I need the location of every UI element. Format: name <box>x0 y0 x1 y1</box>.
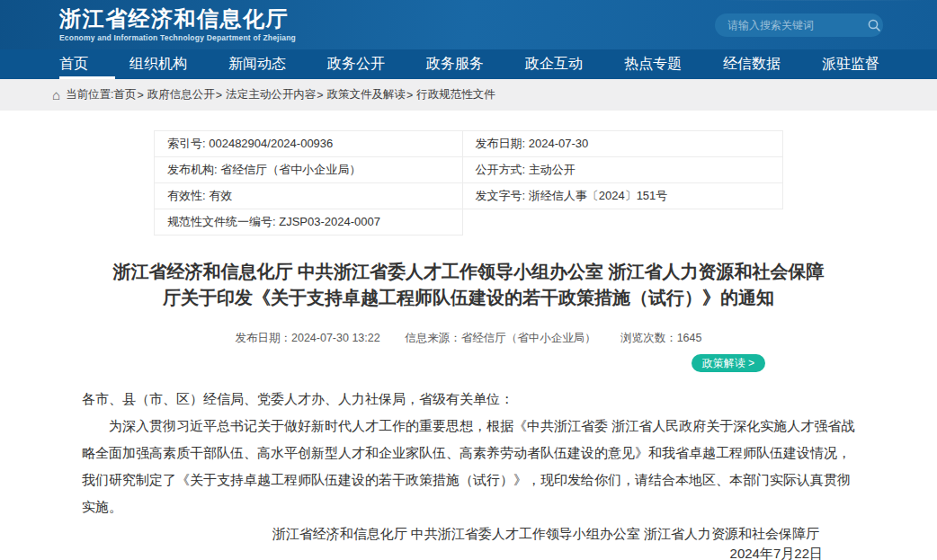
info-cell-empty <box>462 209 783 236</box>
info-cell-index-number: 索引号: 002482904/2024-00936 <box>155 131 463 157</box>
article-paragraph: 为深入贯彻习近平总书记关于做好新时代人才工作的重要思想，根据《中共浙江省委 浙江… <box>82 413 855 520</box>
nav-item-supervision[interactable]: 派驻监督 <box>822 49 879 79</box>
site-title: 浙江省经济和信息化厅 <box>59 7 296 31</box>
info-cell-disclosure-method: 公开方式: 主动公开 <box>462 157 783 183</box>
document-info-table: 索引号: 002482904/2024-00936 发布日期: 2024-07-… <box>154 130 783 236</box>
search-icon[interactable] <box>867 18 881 32</box>
site-subtitle: Economy and Information Technology Depar… <box>59 34 296 42</box>
meta-source-label: 信息来源： <box>405 332 461 344</box>
site-logo[interactable]: 浙江省经济和信息化厅 Economy and Information Techn… <box>59 7 296 42</box>
nav-item-data[interactable]: 经信数据 <box>723 49 781 79</box>
page-title: 浙江省经济和信息化厅 中共浙江省委人才工作领导小组办公室 浙江省人力资源和社会保… <box>109 259 828 311</box>
meta-source: 信息来源：省经信厅（省中小企业局） <box>405 331 596 346</box>
info-cell-publish-date: 发布日期: 2024-07-30 <box>462 131 783 157</box>
breadcrumb-location-label: 当前位置: <box>66 87 113 102</box>
nav-item-news[interactable]: 新闻动态 <box>228 49 286 79</box>
main-nav: 首页 组织机构 新闻动态 政务公开 政务服务 政企互动 热点专题 经信数据 派驻… <box>0 49 937 79</box>
table-row: 索引号: 002482904/2024-00936 发布日期: 2024-07-… <box>155 131 783 157</box>
nav-item-gov-disclosure[interactable]: 政务公开 <box>327 49 385 79</box>
meta-views-label: 浏览次数： <box>620 332 677 344</box>
breadcrumb-separator: > <box>317 89 323 102</box>
nav-item-home[interactable]: 首页 <box>59 49 88 79</box>
table-row: 规范性文件统一编号: ZJSP03-2024-0007 <box>155 209 783 236</box>
search-box[interactable] <box>715 13 883 37</box>
document-content: 索引号: 002482904/2024-00936 发布日期: 2024-07-… <box>82 130 855 560</box>
nav-item-gov-services[interactable]: 政务服务 <box>426 49 484 79</box>
table-row: 有效性: 有效 发文字号: 浙经信人事〔2024〕151号 <box>155 183 783 209</box>
article-salutation: 各市、县（市、区）经信局、党委人才办、人力社保局，省级有关单位： <box>82 386 855 413</box>
article-meta: 发布日期：2024-07-30 13:22 信息来源：省经信厅（省中小企业局） … <box>82 331 855 346</box>
info-cell-unified-number: 规范性文件统一编号: ZJSP03-2024-0007 <box>155 209 463 236</box>
info-cell-issuing-agency: 发布机构: 省经信厅（省中小企业局） <box>155 157 463 183</box>
breadcrumb-item-statutory-content[interactable]: 法定主动公开内容 <box>226 87 316 102</box>
nav-item-hot-topics[interactable]: 热点专题 <box>624 49 682 79</box>
breadcrumb: ⌂ 当前位置: 首页 > 政府信息公开 > 法定主动公开内容 > 政策文件及解读… <box>0 79 937 111</box>
meta-publish-date-label: 发布日期： <box>236 332 292 344</box>
site-header: 浙江省经济和信息化厅 Economy and Information Techn… <box>0 0 937 49</box>
info-cell-validity: 有效性: 有效 <box>155 183 463 209</box>
info-cell-document-number: 发文字号: 浙经信人事〔2024〕151号 <box>462 183 783 209</box>
meta-publish-date: 发布日期：2024-07-30 13:22 <box>236 331 380 346</box>
meta-views-value: 1645 <box>677 332 702 344</box>
meta-views: 浏览次数：1645 <box>620 331 701 346</box>
policy-interpretation-button[interactable]: 政策解读 > <box>692 354 765 372</box>
nav-item-organization[interactable]: 组织机构 <box>129 49 187 79</box>
home-icon: ⌂ <box>52 87 60 102</box>
breadcrumb-separator: > <box>216 89 222 102</box>
breadcrumb-item-home[interactable]: 首页 <box>114 87 137 102</box>
article-signature: 浙江省经济和信息化厅 中共浙江省委人才工作领导小组办公室 浙江省人力资源和社会保… <box>82 524 855 544</box>
table-row: 发布机构: 省经信厅（省中小企业局） 公开方式: 主动公开 <box>155 157 783 183</box>
article-body: 各市、县（市、区）经信局、党委人才办、人力社保局，省级有关单位： 为深入贯彻习近… <box>82 386 855 560</box>
policy-button-row: 政策解读 > <box>82 354 855 373</box>
breadcrumb-item-normative-docs: 行政规范性文件 <box>416 87 495 102</box>
breadcrumb-item-info-disclosure[interactable]: 政府信息公开 <box>147 87 215 102</box>
breadcrumb-separator: > <box>406 89 413 102</box>
meta-source-value: 省经信厅（省中小企业局） <box>461 332 596 344</box>
breadcrumb-item-policy-docs[interactable]: 政策文件及解读 <box>326 87 406 102</box>
nav-item-interaction[interactable]: 政企互动 <box>525 49 583 79</box>
breadcrumb-separator: > <box>138 89 144 102</box>
article-date: 2024年7月22日 <box>82 544 855 560</box>
meta-publish-date-value: 2024-07-30 13:22 <box>291 332 380 344</box>
search-input[interactable] <box>727 19 867 31</box>
